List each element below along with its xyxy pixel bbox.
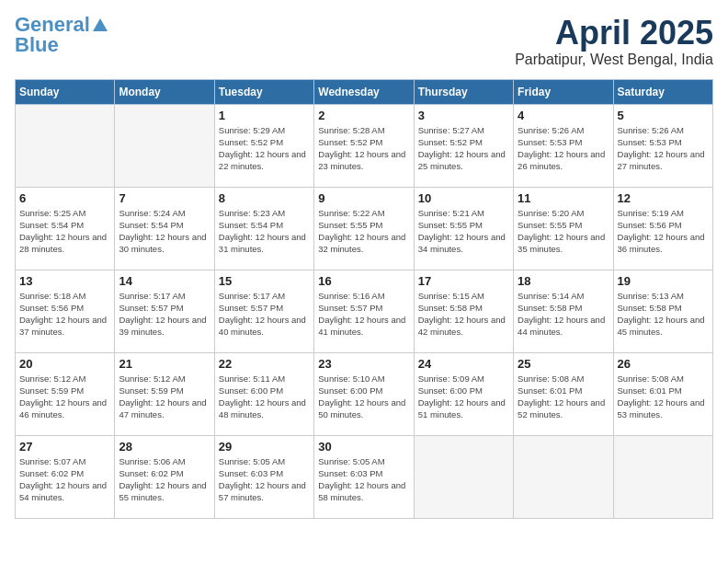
col-sunday: Sunday [16, 79, 115, 104]
table-row: 7 Sunrise: 5:24 AM Sunset: 5:54 PM Dayli… [115, 187, 214, 270]
day-info: Sunrise: 5:14 AM Sunset: 5:58 PM Dayligh… [518, 290, 609, 339]
day-number: 9 [318, 191, 409, 205]
table-row [514, 435, 613, 518]
day-number: 27 [19, 440, 110, 454]
col-friday: Friday [514, 79, 613, 104]
table-row: 17 Sunrise: 5:15 AM Sunset: 5:58 PM Dayl… [414, 270, 513, 352]
table-row: 27 Sunrise: 5:07 AM Sunset: 6:02 PM Dayl… [16, 435, 115, 518]
table-row: 20 Sunrise: 5:12 AM Sunset: 5:59 PM Dayl… [16, 352, 115, 435]
day-info: Sunrise: 5:05 AM Sunset: 6:03 PM Dayligh… [318, 455, 409, 504]
table-row: 2 Sunrise: 5:28 AM Sunset: 5:52 PM Dayli… [314, 104, 414, 187]
day-info: Sunrise: 5:21 AM Sunset: 5:55 PM Dayligh… [418, 207, 509, 256]
table-row: 4 Sunrise: 5:26 AM Sunset: 5:53 PM Dayli… [514, 104, 613, 187]
day-number: 7 [119, 191, 210, 205]
day-number: 17 [418, 274, 509, 288]
day-info: Sunrise: 5:08 AM Sunset: 6:01 PM Dayligh… [618, 373, 709, 421]
table-row: 16 Sunrise: 5:16 AM Sunset: 5:57 PM Dayl… [314, 270, 414, 352]
day-info: Sunrise: 5:12 AM Sunset: 5:59 PM Dayligh… [19, 373, 110, 421]
day-info: Sunrise: 5:23 AM Sunset: 5:54 PM Dayligh… [219, 207, 310, 256]
day-info: Sunrise: 5:17 AM Sunset: 5:57 PM Dayligh… [219, 290, 310, 339]
table-row: 6 Sunrise: 5:25 AM Sunset: 5:54 PM Dayli… [16, 187, 115, 270]
day-number: 16 [318, 274, 409, 288]
day-number: 10 [418, 191, 509, 205]
table-row [613, 435, 712, 518]
day-info: Sunrise: 5:25 AM Sunset: 5:54 PM Dayligh… [19, 207, 110, 256]
day-info: Sunrise: 5:05 AM Sunset: 6:03 PM Dayligh… [219, 455, 310, 504]
day-number: 2 [318, 109, 409, 122]
day-info: Sunrise: 5:15 AM Sunset: 5:58 PM Dayligh… [418, 290, 509, 339]
table-row: 25 Sunrise: 5:08 AM Sunset: 6:01 PM Dayl… [514, 352, 613, 435]
day-number: 26 [618, 357, 709, 371]
day-info: Sunrise: 5:26 AM Sunset: 5:53 PM Dayligh… [518, 124, 609, 173]
day-number: 8 [219, 191, 310, 205]
day-number: 5 [618, 109, 709, 122]
day-number: 4 [518, 109, 609, 122]
day-info: Sunrise: 5:07 AM Sunset: 6:02 PM Dayligh… [19, 455, 110, 504]
calendar-week-row: 1 Sunrise: 5:29 AM Sunset: 5:52 PM Dayli… [16, 104, 713, 187]
calendar-week-row: 13 Sunrise: 5:18 AM Sunset: 5:56 PM Dayl… [16, 270, 713, 352]
day-number: 3 [418, 109, 509, 122]
col-saturday: Saturday [613, 79, 712, 104]
table-row: 26 Sunrise: 5:08 AM Sunset: 6:01 PM Dayl… [613, 352, 712, 435]
table-row: 18 Sunrise: 5:14 AM Sunset: 5:58 PM Dayl… [514, 270, 613, 352]
day-number: 6 [19, 191, 110, 205]
table-row [414, 435, 513, 518]
day-info: Sunrise: 5:08 AM Sunset: 6:01 PM Dayligh… [518, 373, 609, 421]
calendar-week-row: 27 Sunrise: 5:07 AM Sunset: 6:02 PM Dayl… [16, 435, 713, 518]
table-row: 13 Sunrise: 5:18 AM Sunset: 5:56 PM Dayl… [16, 270, 115, 352]
table-row: 22 Sunrise: 5:11 AM Sunset: 6:00 PM Dayl… [214, 352, 313, 435]
day-info: Sunrise: 5:12 AM Sunset: 5:59 PM Dayligh… [119, 373, 210, 421]
day-info: Sunrise: 5:19 AM Sunset: 5:56 PM Dayligh… [618, 207, 709, 256]
day-number: 14 [119, 274, 210, 288]
table-row: 29 Sunrise: 5:05 AM Sunset: 6:03 PM Dayl… [214, 435, 313, 518]
day-info: Sunrise: 5:18 AM Sunset: 5:56 PM Dayligh… [19, 290, 110, 339]
table-row: 28 Sunrise: 5:06 AM Sunset: 6:02 PM Dayl… [115, 435, 214, 518]
day-info: Sunrise: 5:27 AM Sunset: 5:52 PM Dayligh… [418, 124, 509, 173]
col-wednesday: Wednesday [314, 79, 414, 104]
day-number: 25 [518, 357, 609, 371]
day-info: Sunrise: 5:13 AM Sunset: 5:58 PM Dayligh… [618, 290, 709, 339]
day-number: 20 [19, 357, 110, 371]
day-number: 12 [618, 191, 709, 205]
svg-marker-0 [93, 18, 108, 31]
col-tuesday: Tuesday [214, 79, 313, 104]
day-info: Sunrise: 5:22 AM Sunset: 5:55 PM Dayligh… [318, 207, 409, 256]
day-number: 28 [119, 440, 210, 454]
day-number: 30 [318, 440, 409, 454]
day-info: Sunrise: 5:20 AM Sunset: 5:55 PM Dayligh… [518, 207, 609, 256]
month-title: April 2025 [515, 15, 713, 52]
day-number: 19 [618, 274, 709, 288]
day-number: 21 [119, 357, 210, 371]
logo: General Blue [15, 15, 108, 55]
table-row [115, 104, 214, 187]
table-row: 19 Sunrise: 5:13 AM Sunset: 5:58 PM Dayl… [613, 270, 712, 352]
day-number: 24 [418, 357, 509, 371]
col-thursday: Thursday [414, 79, 513, 104]
day-info: Sunrise: 5:11 AM Sunset: 6:00 PM Dayligh… [219, 373, 310, 421]
logo-text: General [15, 15, 90, 35]
table-row: 5 Sunrise: 5:26 AM Sunset: 5:53 PM Dayli… [613, 104, 712, 187]
calendar-week-row: 20 Sunrise: 5:12 AM Sunset: 5:59 PM Dayl… [16, 352, 713, 435]
day-number: 15 [219, 274, 310, 288]
table-row: 14 Sunrise: 5:17 AM Sunset: 5:57 PM Dayl… [115, 270, 214, 352]
day-info: Sunrise: 5:29 AM Sunset: 5:52 PM Dayligh… [219, 124, 310, 173]
day-number: 23 [318, 357, 409, 371]
day-info: Sunrise: 5:24 AM Sunset: 5:54 PM Dayligh… [119, 207, 210, 256]
day-info: Sunrise: 5:10 AM Sunset: 6:00 PM Dayligh… [318, 373, 409, 421]
table-row: 24 Sunrise: 5:09 AM Sunset: 6:00 PM Dayl… [414, 352, 513, 435]
table-row: 11 Sunrise: 5:20 AM Sunset: 5:55 PM Dayl… [514, 187, 613, 270]
table-row: 3 Sunrise: 5:27 AM Sunset: 5:52 PM Dayli… [414, 104, 513, 187]
table-row: 15 Sunrise: 5:17 AM Sunset: 5:57 PM Dayl… [214, 270, 313, 352]
day-number: 11 [518, 191, 609, 205]
day-number: 29 [219, 440, 310, 454]
day-number: 18 [518, 274, 609, 288]
table-row [16, 104, 115, 187]
day-number: 22 [219, 357, 310, 371]
table-row: 12 Sunrise: 5:19 AM Sunset: 5:56 PM Dayl… [613, 187, 712, 270]
col-monday: Monday [115, 79, 214, 104]
title-area: April 2025 Parbatipur, West Bengal, Indi… [515, 15, 713, 68]
calendar-table: Sunday Monday Tuesday Wednesday Thursday… [15, 79, 713, 519]
calendar-week-row: 6 Sunrise: 5:25 AM Sunset: 5:54 PM Dayli… [16, 187, 713, 270]
day-info: Sunrise: 5:26 AM Sunset: 5:53 PM Dayligh… [618, 124, 709, 173]
page-header: General Blue April 2025 Parbatipur, West… [15, 15, 713, 68]
